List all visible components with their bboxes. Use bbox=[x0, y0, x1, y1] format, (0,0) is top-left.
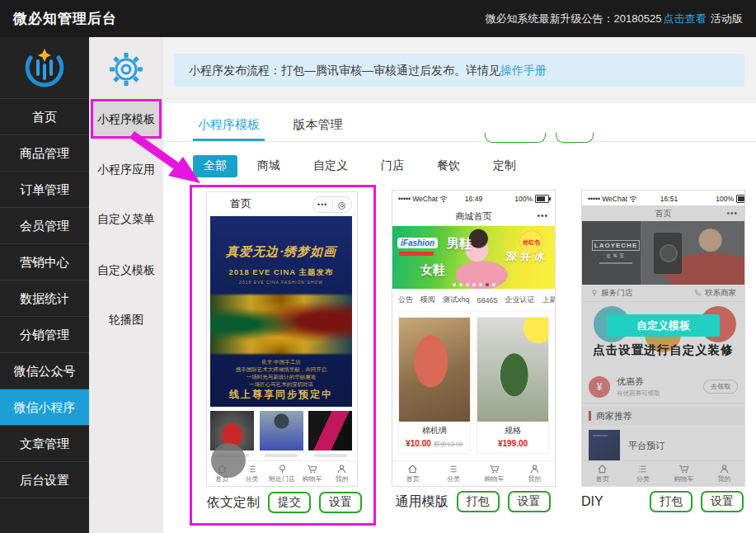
notice-bar: 小程序发布流程：打包—腾讯审核—审核通过后发布。详情见操作手册 bbox=[174, 54, 744, 87]
floating-avatar bbox=[211, 443, 246, 478]
sidebar-item-wechat-miniprogram[interactable]: 微信小程序 bbox=[0, 389, 89, 425]
exit-icon: ◎ bbox=[333, 200, 352, 210]
battery-icon bbox=[535, 195, 549, 203]
tab-mine: 我的 bbox=[514, 461, 555, 486]
tab-version-management[interactable]: 版本管理 bbox=[293, 103, 342, 141]
filter-catering[interactable]: 餐饮 bbox=[437, 158, 460, 173]
poster-title: 真爱无边·绣梦如画 bbox=[210, 244, 352, 260]
filter-store[interactable]: 门店 bbox=[381, 158, 404, 173]
promo-banner: iFashion 男鞋 女鞋 深井冰 抢红包 bbox=[392, 226, 555, 289]
status-carrier: ••••• WeChat bbox=[398, 195, 438, 203]
custom-template-overlay-button: 自定义模板 bbox=[607, 314, 720, 337]
template-card-yiwen: 首页 ••• ◎ 真爱无边·绣梦如画 2018 EVE CINA 主题发布 20… bbox=[190, 185, 376, 526]
product-card: 规格 ¥199.00 bbox=[477, 317, 549, 454]
phone2-nav: 公告 模阅 测试xhq 68465 企业认证 上新 bbox=[392, 289, 555, 312]
tab-mine: 我的 bbox=[327, 461, 357, 486]
banner-text-1: 男鞋 bbox=[447, 236, 472, 252]
product-price: ¥10.00 bbox=[406, 439, 431, 448]
card-action-row: 通用模版 打包 设置 bbox=[392, 491, 554, 512]
phone2-tabbar: 首页 分类 购物车 我的 bbox=[392, 460, 555, 486]
product-card: 棉机绸 ¥10.00原价13.90 bbox=[398, 317, 471, 454]
template-name: 通用模版 bbox=[396, 493, 448, 511]
filter-bespoke[interactable]: 定制 bbox=[493, 158, 516, 173]
poster-footer: 线上尊享同步预定中 bbox=[210, 388, 352, 402]
clipped-button-outline[interactable] bbox=[556, 133, 594, 143]
settings-button[interactable]: 设置 bbox=[701, 491, 744, 512]
filter-all[interactable]: 全部 bbox=[193, 155, 237, 177]
settings-button[interactable]: 设置 bbox=[319, 492, 362, 513]
sidebar-item-statistics[interactable]: 数据统计 bbox=[0, 280, 89, 316]
sidebar-item-orders[interactable]: 订单管理 bbox=[0, 171, 89, 207]
clipped-button-outline[interactable] bbox=[485, 133, 546, 143]
poster-subtitle: 2018 EVE CINA 主题发布 bbox=[210, 267, 352, 278]
poster-artwork bbox=[210, 295, 352, 354]
announcement-area: 微必知系统最新升级公告：20180525点击查看 活动版 bbox=[486, 12, 743, 26]
submenu-item-miniprogram-template[interactable]: 小程序模板 bbox=[91, 99, 162, 139]
more-icon: ••• bbox=[537, 207, 548, 225]
submenu-item-custom-menu[interactable]: 自定义菜单 bbox=[89, 210, 163, 227]
submenu-item-carousel[interactable]: 轮播图 bbox=[89, 311, 163, 328]
settings-button[interactable]: 设置 bbox=[508, 491, 551, 512]
poster-subtitle-en: 2018 EVE CINA FASHION SHOW bbox=[210, 280, 352, 285]
carousel-dots bbox=[392, 283, 555, 286]
tab-home: 首页 bbox=[392, 461, 433, 486]
wechat-capsule: ••• ◎ bbox=[312, 196, 352, 213]
app-logo bbox=[0, 37, 89, 98]
more-icon: ••• bbox=[313, 200, 332, 209]
filter-custom[interactable]: 自定义 bbox=[313, 158, 348, 173]
submenu-item-custom-template[interactable]: 自定义模板 bbox=[89, 262, 163, 278]
package-button[interactable]: 打包 bbox=[457, 491, 500, 512]
top-bar: 微必知管理后台 微必知系统最新升级公告：20180525点击查看 活动版 bbox=[0, 0, 756, 37]
filter-mall[interactable]: 商城 bbox=[257, 158, 280, 173]
template-name: 依文定制 bbox=[207, 494, 260, 512]
phone2-title: 商城首页 bbox=[456, 211, 492, 221]
banner-brand: iFashion bbox=[397, 238, 438, 248]
phone2-header: 商城首页 ••• bbox=[392, 207, 555, 226]
phone1-header: 首页 ••• ◎ bbox=[207, 192, 357, 216]
tab-row: 小程序模板 版本管理 bbox=[163, 103, 756, 142]
app-title: 微必知管理后台 bbox=[13, 9, 117, 28]
notice-text: 小程序发布流程：打包—腾讯审核—审核通过后发布。详情见 bbox=[189, 64, 500, 77]
submit-button[interactable]: 提交 bbox=[268, 492, 311, 513]
submenu-item-miniprogram-app[interactable]: 小程序应用 bbox=[89, 161, 163, 177]
admin-app: 微必知管理后台 微必知系统最新升级公告：20180525点击查看 活动版 首页 … bbox=[0, 0, 756, 533]
card-action-row: DIY 打包 设置 bbox=[581, 491, 744, 512]
tab-miniprogram-template[interactable]: 小程序模板 bbox=[198, 103, 260, 141]
sidebar-item-distribution[interactable]: 分销管理 bbox=[0, 316, 89, 352]
sidebar-item-settings[interactable]: 后台设置 bbox=[0, 461, 89, 498]
sidebar-item-articles[interactable]: 文章管理 bbox=[0, 425, 89, 461]
sidebar-item-marketing[interactable]: 营销中心 bbox=[0, 243, 89, 280]
phone-preview-yiwen: 首页 ••• ◎ 真爱无边·绣梦如画 2018 EVE CINA 主题发布 20… bbox=[206, 191, 358, 487]
product-image bbox=[477, 318, 548, 422]
sidebar-item-members[interactable]: 会员管理 bbox=[0, 207, 89, 243]
product-photo bbox=[260, 411, 303, 450]
banner-text-2: 女鞋 bbox=[420, 262, 445, 278]
phone2-statusbar: 16:49 ••••• WeChat 100% bbox=[392, 191, 555, 207]
tab-cart: 购物车 bbox=[474, 461, 514, 486]
tab-cart: 购物车 bbox=[297, 461, 326, 486]
product-original-price: 原价13.90 bbox=[434, 441, 463, 448]
phone1-title: 首页 bbox=[230, 192, 251, 215]
product-name: 棉机绸 bbox=[399, 425, 470, 436]
product-photo bbox=[308, 411, 352, 450]
sidebar-item-home[interactable]: 首页 bbox=[0, 98, 89, 134]
overlay-hint-text: 点击设置进行自定义装修 bbox=[582, 342, 744, 358]
primary-sidebar: 首页 商品管理 订单管理 会员管理 营销中心 数据统计 分销管理 微信公众号 微… bbox=[0, 37, 89, 533]
product-grid: 棉机绸 ¥10.00原价13.90 规格 ¥199.00 bbox=[392, 311, 555, 460]
announcement-link[interactable]: 点击查看 bbox=[663, 12, 706, 25]
phone3-statusbar: 16:51 ••••• WeChat 100% bbox=[582, 191, 745, 207]
product-price: ¥199.00 bbox=[498, 439, 528, 448]
wifi-icon bbox=[629, 196, 637, 203]
phone-preview-diy: 16:51 ••••• WeChat 100% 首页 ••• LAOYECHE … bbox=[581, 190, 745, 487]
category-filter-row: 全部 商城 自定义 门店 餐饮 定制 bbox=[193, 154, 549, 177]
sidebar-item-wechat-official[interactable]: 微信公众号 bbox=[0, 352, 89, 389]
package-button[interactable]: 打包 bbox=[650, 491, 693, 512]
template-name: DIY bbox=[581, 494, 603, 509]
notice-manual-link[interactable]: 操作手册 bbox=[500, 64, 547, 77]
card-action-row: 依文定制 提交 设置 bbox=[207, 492, 362, 513]
banner-brand-ribbon bbox=[399, 252, 434, 256]
version-badge: 活动版 bbox=[711, 12, 743, 25]
sidebar-item-products[interactable]: 商品管理 bbox=[0, 134, 89, 171]
poster-image: 真爱无边·绣梦如画 2018 EVE CINA 主题发布 2018 EVE CI… bbox=[210, 216, 352, 407]
gear-icon[interactable] bbox=[89, 50, 163, 92]
